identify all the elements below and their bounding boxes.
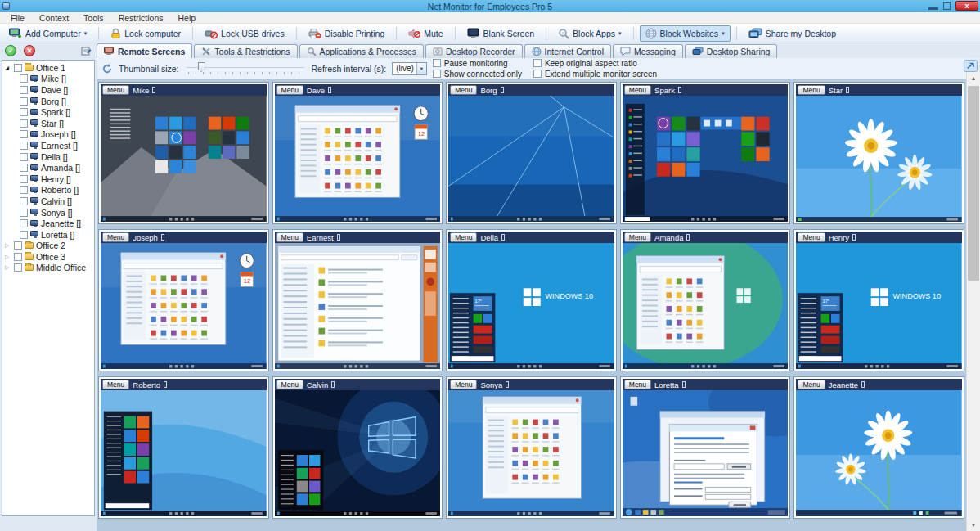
expand-icon[interactable]: ▷ (5, 242, 11, 249)
tree-group-middle-office[interactable]: ▷Middle Office (2, 263, 94, 274)
remote-screen-thumbnail[interactable] (101, 96, 267, 222)
group-checkbox[interactable] (14, 263, 22, 272)
cell-menu-button[interactable]: Menu (798, 380, 825, 389)
computer-checkbox[interactable] (20, 74, 28, 83)
checkbox-option[interactable]: Pause monitoring (433, 59, 522, 68)
computer-checkbox[interactable] (20, 197, 28, 205)
remote-screen-thumbnail[interactable] (623, 243, 789, 369)
checkbox-option[interactable]: Extend multiple monitor screen (533, 70, 657, 79)
tree-item-loretta[interactable]: Loretta [] (2, 229, 94, 241)
tree-item-dave[interactable]: Dave [] (2, 84, 94, 96)
thumbnail-size-slider[interactable] (185, 61, 306, 75)
computer-checkbox[interactable] (20, 186, 28, 194)
menu-help[interactable]: Help (170, 13, 203, 23)
tree-item-amanda[interactable]: Amanda [] (2, 162, 94, 173)
tree-item-star[interactable]: Star [] (2, 118, 94, 129)
tree-group-office-3[interactable]: ▷Office 3 (2, 251, 94, 263)
screen-cell-jeanette[interactable]: MenuJeanette (793, 376, 964, 519)
cell-menu-button[interactable]: Menu (624, 85, 651, 95)
blank-screen-button[interactable]: Blank Screen (461, 25, 540, 42)
disable-printing-button[interactable]: Disable Printing (303, 25, 391, 42)
remote-screen-thumbnail[interactable] (448, 96, 614, 222)
remote-screen-thumbnail[interactable]: WINDOWS 1017° (796, 243, 962, 369)
cell-menu-button[interactable]: Menu (102, 85, 129, 95)
cell-menu-button[interactable]: Menu (798, 85, 825, 95)
expand-icon[interactable]: ▷ (5, 264, 11, 271)
screen-cell-spark[interactable]: MenuSpark (620, 82, 791, 224)
scrollbar-thumb[interactable] (968, 86, 979, 281)
chevron-down-icon[interactable]: ▾ (416, 63, 426, 74)
group-checkbox[interactable] (14, 253, 22, 261)
computer-checkbox[interactable] (20, 153, 28, 161)
remote-screen-thumbnail[interactable] (275, 390, 441, 516)
tree-group-office-2[interactable]: ▷Office 2 (2, 241, 94, 252)
tree-item-borg[interactable]: Borg [] (2, 96, 94, 107)
remote-screen-thumbnail[interactable] (448, 390, 614, 516)
tab-messaging[interactable]: Messaging (613, 44, 683, 58)
tree-item-della[interactable]: Della [] (2, 151, 94, 163)
remote-screen-thumbnail[interactable] (275, 243, 441, 369)
checkbox-box[interactable] (433, 59, 441, 67)
tree-item-henry[interactable]: Henry [] (2, 173, 94, 185)
tree-item-sonya[interactable]: Sonya [] (2, 207, 94, 218)
screen-cell-borg[interactable]: MenuBorg (446, 82, 617, 224)
tab-internet-control[interactable]: Internet Control (524, 44, 611, 58)
lock-computer-button[interactable]: Lock computer (105, 25, 187, 42)
screen-cell-roberto[interactable]: MenuRoberto (98, 376, 269, 519)
computer-checkbox[interactable] (20, 108, 28, 116)
computer-checkbox[interactable] (20, 209, 28, 217)
screen-cell-joseph[interactable]: MenuJoseph12 (98, 229, 269, 371)
connect-button[interactable]: ✓ (5, 45, 16, 56)
expand-icon[interactable]: ▷ (5, 254, 11, 260)
mute-button[interactable]: Mute (402, 25, 448, 42)
lock-usb-button[interactable]: Lock USB drives (199, 25, 290, 42)
remote-screen-thumbnail[interactable] (101, 390, 267, 516)
add-computer-button[interactable]: Add Computer▾ (3, 25, 92, 42)
collapse-icon[interactable]: ◢ (5, 65, 11, 71)
cell-menu-button[interactable]: Menu (276, 232, 303, 242)
maximize-button[interactable] (943, 2, 951, 10)
share-desktop-button[interactable]: Share my Desktop (743, 25, 842, 42)
cell-menu-button[interactable]: Menu (102, 232, 129, 242)
tab-desktop-recorder[interactable]: Desktop Recorder (425, 44, 523, 58)
screen-cell-mike[interactable]: MenuMike (98, 82, 269, 224)
screen-cell-dave[interactable]: MenuDave12 (272, 82, 443, 224)
screen-cell-calvin[interactable]: MenuCalvin (272, 376, 443, 519)
computer-checkbox[interactable] (20, 219, 28, 227)
computer-checkbox[interactable] (20, 175, 28, 183)
menu-tools[interactable]: Tools (76, 13, 111, 23)
cell-menu-button[interactable]: Menu (798, 232, 825, 242)
screen-cell-della[interactable]: MenuDellaWINDOWS 1017° (446, 229, 617, 371)
menu-file[interactable]: File (3, 13, 32, 23)
tab-desktop-sharing[interactable]: Desktop Sharing (685, 44, 778, 58)
screen-cell-earnest[interactable]: MenuEarnest (272, 229, 443, 371)
remote-screen-thumbnail[interactable]: 12 (101, 243, 267, 369)
cell-menu-button[interactable]: Menu (276, 85, 303, 95)
scrollbar-track[interactable] (967, 84, 980, 519)
tree-item-jeanette[interactable]: Jeanette [] (2, 218, 94, 229)
block-apps-button[interactable]: Block Apps▾ (552, 25, 627, 42)
scroll-up-icon[interactable]: ▲ (967, 72, 980, 84)
group-checkbox[interactable] (14, 64, 22, 72)
checkbox-box[interactable] (533, 70, 542, 78)
tree-item-joseph[interactable]: Joseph [] (2, 129, 94, 141)
expand-view-icon[interactable] (964, 60, 978, 72)
computer-checkbox[interactable] (20, 119, 28, 128)
computer-tree[interactable]: ◢Office 1Mike []Dave []Borg []Spark []St… (2, 60, 95, 516)
remote-screen-thumbnail[interactable] (623, 96, 789, 222)
tab-tools-restrictions[interactable]: Tools & Restrictions (194, 44, 297, 58)
tree-item-roberto[interactable]: Roberto [] (2, 185, 94, 196)
checkbox-box[interactable] (433, 70, 441, 78)
tree-group-office-1[interactable]: ◢Office 1 (2, 62, 94, 74)
refresh-icon[interactable] (101, 63, 113, 74)
group-checkbox[interactable] (14, 241, 22, 250)
cell-menu-button[interactable]: Menu (624, 232, 651, 242)
remote-screen-thumbnail[interactable]: WINDOWS 1017° (448, 243, 614, 369)
remote-screen-thumbnail[interactable] (623, 390, 789, 516)
tree-item-mike[interactable]: Mike [] (2, 74, 94, 85)
cell-menu-button[interactable]: Menu (450, 85, 477, 95)
cell-menu-button[interactable]: Menu (276, 380, 303, 389)
screen-cell-star[interactable]: MenuStar (793, 82, 964, 224)
menu-restrictions[interactable]: Restrictions (111, 13, 171, 23)
tab-remote-screens[interactable]: Remote Screens (97, 43, 192, 58)
